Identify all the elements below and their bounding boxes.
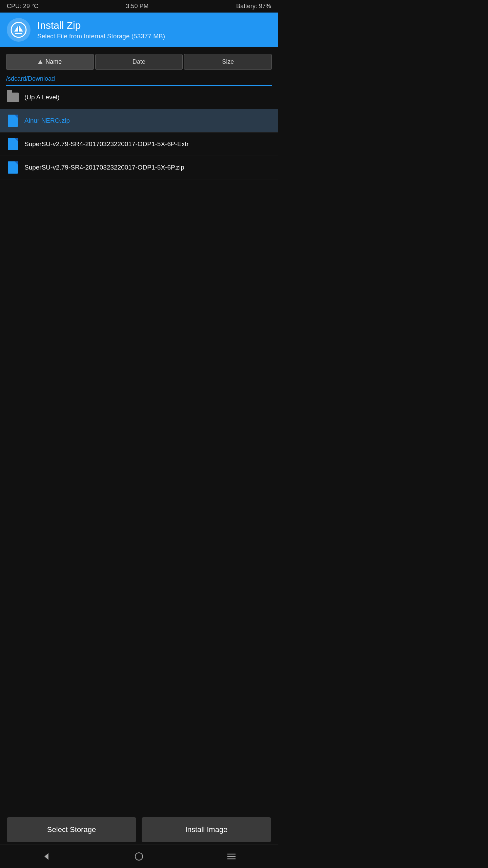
sort-date-button[interactable]: Date bbox=[95, 54, 183, 70]
file-name: Ainur NERO.zip bbox=[24, 117, 271, 124]
app-header: Install Zip Select File from Internal St… bbox=[0, 13, 278, 47]
current-path: /sdcard/Download bbox=[6, 75, 55, 82]
list-item[interactable]: SuperSU-v2.79-SR4-20170323220017-ODP1-5X… bbox=[0, 156, 278, 179]
time-status: 3:50 PM bbox=[126, 3, 149, 10]
sort-name-label: Name bbox=[45, 58, 62, 65]
app-header-text: Install Zip Select File from Internal St… bbox=[37, 20, 165, 40]
sort-arrow-icon bbox=[38, 60, 43, 64]
file-doc-icon bbox=[7, 115, 19, 127]
file-doc-icon bbox=[7, 138, 19, 150]
file-name: (Up A Level) bbox=[24, 94, 271, 101]
status-bar: CPU: 29 °C 3:50 PM Battery: 97% bbox=[0, 0, 278, 13]
app-title: Install Zip bbox=[37, 20, 165, 31]
sort-date-label: Date bbox=[133, 58, 145, 65]
sort-size-button[interactable]: Size bbox=[184, 54, 272, 70]
empty-area bbox=[0, 179, 278, 383]
app-icon bbox=[7, 18, 30, 42]
cpu-status: CPU: 29 °C bbox=[7, 3, 38, 10]
list-item[interactable]: (Up A Level) bbox=[0, 86, 278, 109]
battery-status: Battery: 97% bbox=[236, 3, 271, 10]
file-list: (Up A Level) Ainur NERO.zip SuperSU-v2.7… bbox=[0, 86, 278, 179]
sort-bar: Name Date Size bbox=[6, 54, 272, 70]
file-doc-icon bbox=[7, 161, 19, 174]
list-item[interactable]: Ainur NERO.zip bbox=[0, 109, 278, 133]
file-name: SuperSU-v2.79-SR4-20170323220017-ODP1-5X… bbox=[24, 140, 271, 148]
file-name: SuperSU-v2.79-SR4-20170323220017-ODP1-5X… bbox=[24, 164, 271, 171]
app-subtitle: Select File from Internal Storage (53377… bbox=[37, 33, 165, 40]
list-item[interactable]: SuperSU-v2.79-SR4-20170323220017-ODP1-5X… bbox=[0, 133, 278, 156]
folder-icon bbox=[7, 91, 19, 103]
sort-size-label: Size bbox=[222, 58, 234, 65]
sort-name-button[interactable]: Name bbox=[6, 54, 94, 70]
path-bar: /sdcard/Download bbox=[6, 75, 272, 86]
